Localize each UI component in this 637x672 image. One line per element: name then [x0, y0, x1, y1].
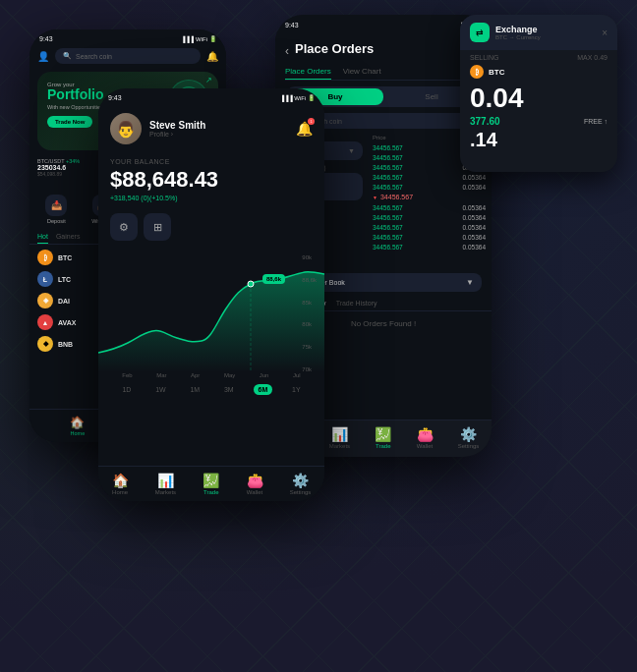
bid-row: 34456.567 0.05364 [373, 202, 486, 212]
qa-deposit[interactable]: 📥 Deposit [45, 195, 67, 224]
nav2-home[interactable]: 🏠 Home [112, 473, 129, 495]
profile-info: 👨 Steve Smith Profile › [110, 113, 205, 144]
exchange-amount-1: 0.04 [460, 81, 617, 114]
bid-qty-3: 0.05364 [463, 224, 487, 231]
filter-1w[interactable]: 1W [150, 384, 171, 395]
exchange-selling-label: SELLING [470, 54, 499, 61]
nav2-wallet[interactable]: 👛 Wallet [247, 473, 263, 495]
tab-place-orders[interactable]: Place Orders [285, 64, 331, 80]
orders-header: ‹ Place Orders Place Orders View Chart [275, 31, 492, 81]
profile-link[interactable]: Profile › [149, 131, 205, 138]
exchange-card: ⇄ Exchange BTC → Currency × SELLING MAX … [460, 15, 617, 172]
notification-bell[interactable]: 🔔 1 [296, 120, 313, 138]
back-button[interactable]: ‹ [285, 44, 289, 58]
x-label-may: May [224, 372, 235, 378]
ask-price-2: 34456.567 [373, 154, 403, 161]
tab-view-chart[interactable]: View Chart [343, 64, 381, 80]
ask-qty-4: 0.05364 [463, 174, 487, 181]
bid-price-3: 34456.567 [373, 224, 403, 231]
ticker-btc-usd: $54,098.89 [37, 171, 93, 177]
chart-y-labels: 90k 88,6k 85k 80k 75k 70k [302, 250, 317, 372]
profile-name: Steve Smith [149, 120, 205, 131]
wallet2-label: Wallet [247, 489, 262, 495]
ask-qty-5: 0.05364 [463, 184, 487, 191]
ask-price-4: 34456.567 [373, 174, 403, 181]
profile-time: 9:43 [108, 94, 122, 101]
deposit-icon: 📥 [45, 195, 67, 216]
profile-status-icons: ▐▐▐ WiFi 🔋 [280, 94, 315, 101]
markets2-icon: 📊 [157, 473, 174, 488]
y-label-90k: 90k [302, 254, 317, 260]
balance-section: YOUR BALANCE $88,648.43 +318,540 (0)(+10… [98, 150, 324, 209]
ticker-btc: BTC/USDT +34% 235034.6 $54,098.89 [37, 158, 93, 177]
nav2-markets[interactable]: 📊 Markets [155, 473, 176, 495]
ask-row: 34456.567 0.05364 [373, 182, 486, 192]
wallet3-icon: 👛 [417, 426, 434, 442]
time-filters: 1D 1W 1M 3M 6M 1Y [98, 378, 324, 401]
trade3-icon: 💹 [375, 426, 391, 442]
tab-gainers[interactable]: Gainers [56, 230, 81, 244]
nav2-trade[interactable]: 💹 Trade [203, 473, 219, 495]
tab-hot[interactable]: Hot [37, 230, 48, 244]
nav-home[interactable]: 🏠 Home [70, 416, 85, 436]
settings2-label: Settings [290, 489, 312, 495]
filter-6m[interactable]: 6M [254, 384, 273, 395]
filter-3m[interactable]: 3M [219, 384, 239, 395]
settings2-icon: ⚙️ [292, 473, 309, 488]
home-icon: 🏠 [70, 416, 85, 429]
bid-price-4: 34456.567 [373, 234, 403, 241]
bid-price-2: 34456.567 [373, 214, 403, 221]
nav2-settings[interactable]: ⚙️ Settings [290, 473, 312, 495]
home2-icon: 🏠 [112, 473, 129, 488]
bnb-coin-name: BNB [58, 341, 73, 348]
bell-icon[interactable]: 🔔 [206, 51, 218, 62]
nav3-trade[interactable]: 💹 Trade [375, 426, 391, 449]
chart-area: 90k 88,6k 85k 80k 75k 70k 88,6k [98, 245, 324, 372]
search-placeholder: Search coin [76, 53, 112, 60]
search-box[interactable]: 🔍 Search coin [55, 48, 201, 64]
bid-qty-2: 0.05364 [463, 214, 487, 221]
profile-bottom-nav: 🏠 Home 📊 Markets 💹 Trade 👛 Wallet ⚙️ Set… [98, 466, 324, 501]
user-icon: 👤 [37, 51, 49, 62]
ltc-coin-name: LTC [58, 276, 71, 283]
grid-action-button[interactable]: ⊞ [144, 213, 171, 241]
nav3-wallet[interactable]: 👛 Wallet [417, 426, 434, 449]
btc-icon: ₿ [470, 65, 484, 79]
exchange-amount-2: .14 [460, 129, 617, 151]
home2-label: Home [112, 489, 128, 495]
mid-price-value: 34456.567 [380, 194, 413, 200]
avax-coin-icon: ▲ [37, 314, 53, 330]
trade-now-button[interactable]: Trade Now [47, 116, 92, 128]
nav3-settings[interactable]: ⚙️ Settings [458, 426, 480, 449]
settings-action-button[interactable]: ⚙ [110, 213, 138, 241]
btc-coin-name: BTC [58, 254, 72, 261]
wallet3-label: Wallet [417, 443, 433, 449]
price-col-header: Price [373, 135, 386, 140]
bid-row: 34456.567 0.05364 [373, 212, 486, 222]
settings3-label: Settings [458, 443, 480, 449]
orders-tabs: Place Orders View Chart [285, 64, 482, 81]
y-label-886k: 88,6k [302, 277, 317, 283]
bid-price-5: 34456.567 [373, 244, 403, 251]
nav3-markets[interactable]: 📊 Markets [329, 426, 350, 449]
exchange-title: Exchange [495, 25, 541, 34]
exchange-close-button[interactable]: × [602, 28, 608, 38]
tab-trade-history[interactable]: Trade History [336, 300, 377, 307]
home-label: Home [71, 430, 86, 436]
time-display: 9:43 [39, 35, 53, 42]
filter-1m[interactable]: 1M [185, 384, 204, 395]
profile-status-bar: 9:43 ▐▐▐ WiFi 🔋 [98, 88, 324, 103]
chart-tooltip: 88,6k [262, 274, 285, 284]
filter-1y[interactable]: 1Y [287, 384, 306, 395]
filter-1d[interactable]: 1D [117, 384, 136, 395]
phone-profile: 9:43 ▐▐▐ WiFi 🔋 👨 Steve Smith Profile › … [98, 88, 324, 501]
x-label-jun: Jun [260, 372, 269, 378]
bid-row: 34456.567 0.05364 [373, 242, 486, 252]
mid-price: ▼ 34456.567 [373, 192, 486, 202]
exchange-rate: 377.60 [470, 116, 500, 127]
x-label-jul: Jul [293, 372, 301, 378]
ltc-coin-icon: Ł [37, 271, 53, 287]
avatar: 👨 [110, 113, 142, 144]
arrow-up-deco: ↗ [205, 76, 212, 84]
status-icons: ▐▐▐ WiFi 🔋 [181, 35, 216, 42]
